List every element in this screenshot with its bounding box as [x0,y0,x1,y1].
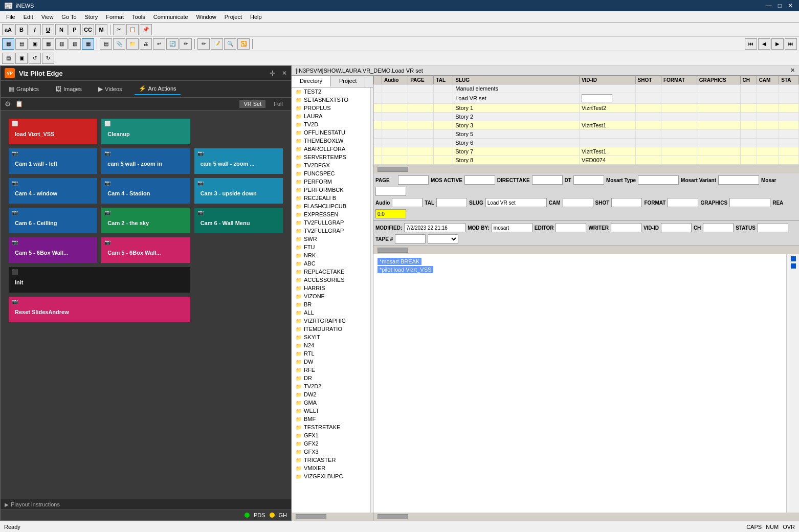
dir-item[interactable]: 📁GMA [292,398,370,407]
view-tab-vr-set[interactable]: VR Set [239,100,265,108]
btn-m[interactable]: M [95,24,107,35]
dir-item[interactable]: 📁GFX1 [292,431,370,439]
btn-underline[interactable]: U [42,24,54,35]
btn-view-5[interactable]: ▥ [55,38,68,50]
dir-item[interactable]: 📁RECJEALI B [292,194,370,202]
btn-view-1[interactable]: ▦ [2,38,14,50]
btn-nav-last[interactable]: ⏭ [785,38,797,50]
dir-item[interactable]: 📁TESTRETAKE [292,423,370,431]
story-dropdown[interactable] [428,234,458,243]
dir-item[interactable]: 📁TEST2 [292,87,370,96]
btn-extra-2[interactable]: ▣ [15,53,28,64]
btn-nav-6[interactable]: 🔄 [166,38,179,50]
tab-graphics[interactable]: ▦ Graphics [5,83,43,95]
dir-item[interactable]: 📁NRK [292,251,370,259]
format-field[interactable] [668,198,698,207]
dir-item[interactable]: 📁BR [292,300,370,308]
btn-copy[interactable]: 📋 [126,24,139,35]
menu-story[interactable]: Story [81,13,102,21]
dir-item[interactable]: 📁HARRIS [292,284,370,292]
tape-field[interactable] [395,234,426,243]
dir-item[interactable]: 📁ABAROLLFORA [292,145,370,153]
dir-item[interactable]: 📁TRICASTER [292,456,370,464]
settings-icon[interactable]: 📋 [15,100,23,107]
dt-field[interactable] [573,175,604,185]
dir-item[interactable]: 📁N24 [292,341,370,349]
dir-item[interactable]: 📁THEMEBOXLW [292,137,370,145]
btn-paste[interactable]: 📌 [140,24,152,35]
menu-file[interactable]: File [2,13,19,21]
dir-item[interactable]: 📁TV2DFGX [292,161,370,169]
dir-item[interactable]: 📁TV2FULLGRAP [292,218,370,227]
dir-item[interactable]: 📁TV2FULLGRAP [292,227,370,235]
btn-reset-slides[interactable]: 📷 Reset SlidesAndrew [9,297,190,322]
shot-field[interactable] [611,198,642,207]
editor-field[interactable] [556,223,586,232]
right-panel-close-btn[interactable]: ✕ [790,67,795,74]
btn-nav-first[interactable]: ⏮ [745,38,757,50]
minimize-button[interactable]: — [764,2,774,9]
btn-nav-5[interactable]: ↩ [153,38,165,50]
btn-cam5-zoom[interactable]: 📷 cam 5 wall - zoom ... [194,148,283,174]
dir-item[interactable]: 📁PROPLUS [292,104,370,112]
mod-by-field[interactable] [492,223,532,232]
table-row[interactable]: Story 7 VizrtTest1 [374,147,799,156]
btn-nav-3[interactable]: 📁 [126,38,139,50]
dir-item[interactable]: 📁VMIXER [292,464,370,472]
btn-cam5-zoom-in[interactable]: 📷 cam 5 wall - zoom in [101,148,190,174]
menu-help[interactable]: Help [246,13,266,21]
dir-item[interactable]: 📁VIZRTGRAPHIC [292,317,370,325]
dir-item[interactable]: 📁SWR [292,235,370,243]
dir-item[interactable]: 📁EXPRESSEN [292,210,370,218]
btn-italic[interactable]: I [29,24,41,35]
graphics-field[interactable] [729,198,770,207]
text-scrollbar[interactable] [373,513,799,521]
table-row[interactable]: Story 8 VED0074 [374,156,799,165]
close-window-button[interactable]: ✕ [786,2,795,9]
status-info-field[interactable] [758,223,788,232]
dir-item[interactable]: 📁BMF [292,415,370,423]
btn-edit-2[interactable]: 📝 [211,38,223,50]
rea-field[interactable] [375,209,406,218]
btn-cam3-upside-down[interactable]: 📷 Cam 3 - upside down [194,178,283,204]
btn-n[interactable]: N [55,24,68,35]
ch-info-field[interactable] [703,223,734,232]
table-row[interactable]: Story 5 [374,130,799,139]
table-row[interactable]: Story 6 [374,139,799,147]
dir-item[interactable]: 📁SETASNEXTSTO [292,96,370,104]
btn-load-vizrt[interactable]: ⬜ load Vizrt_VSS [9,119,97,144]
btn-cam1-wall-left[interactable]: 📷 Cam 1 wall - left [9,148,97,174]
btn-scissors[interactable]: ✂ [113,24,125,35]
mosart-type-field[interactable] [638,175,679,185]
dir-item[interactable]: 📁VIZGFXLBUPC [292,472,370,480]
dir-item[interactable]: 📁FTU [292,243,370,251]
mos-active-field[interactable] [464,175,495,185]
directtake-field[interactable] [532,175,563,185]
dir-item[interactable]: 📁TV2D [292,120,370,128]
menu-view[interactable]: View [37,13,58,21]
btn-bold[interactable]: B [15,24,28,35]
dir-item[interactable]: 📁TV2D2 [292,382,370,390]
cam-field[interactable] [563,198,593,207]
btn-cleanup[interactable]: ⬜ Cleanup [101,119,190,144]
dir-item[interactable]: 📁ALL [292,308,370,317]
dir-scrollbar[interactable] [292,513,373,521]
gear-icon[interactable]: ⚙ [5,100,11,108]
btn-aa[interactable]: aA [2,24,14,35]
btn-cam6-wall-menu[interactable]: 📷 Cam 6 - Wall Menu [194,208,283,233]
btn-cam4-window[interactable]: 📷 Cam 4 - window [9,178,97,204]
modified-field[interactable] [404,223,465,232]
btn-nav-7[interactable]: ✏ [180,38,192,50]
writer-field[interactable] [611,223,641,232]
dir-item[interactable]: 📁DR [292,374,370,382]
btn-view-6[interactable]: ▧ [69,38,81,50]
btn-cam5-6box-wall2[interactable]: 📷 Cam 5 - 6Box Wall... [101,237,190,263]
btn-edit-3[interactable]: 🔍 [224,38,236,50]
vid-id-info-field[interactable] [661,223,692,232]
mosar-field[interactable] [375,187,406,196]
dir-item[interactable]: 📁WELT [292,407,370,415]
dir-item[interactable]: 📁RFE [292,366,370,374]
btn-extra-4[interactable]: ↻ [42,53,54,64]
audio-field[interactable] [392,198,423,207]
dir-item[interactable]: 📁SERVERTEMPS [292,153,370,161]
